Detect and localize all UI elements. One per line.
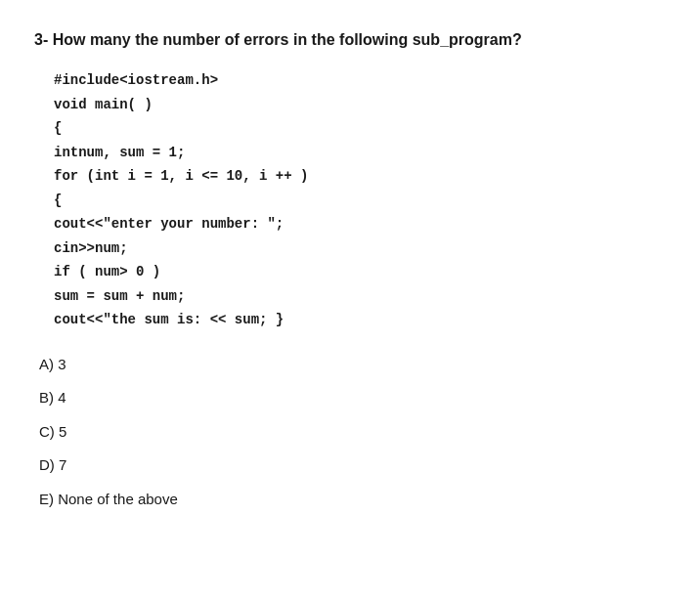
code-line-5: for (int i = 1, i <= 10, i ++ ): [54, 164, 666, 189]
question-container: 3- How many the number of errors in the …: [29, 20, 671, 520]
code-line-1: #include<iostream.h>: [54, 68, 666, 93]
option-c[interactable]: C) 5: [39, 421, 666, 444]
code-line-8: cin>>num;: [54, 236, 666, 261]
question-text: 3- How many the number of errors in the …: [34, 29, 666, 51]
option-e[interactable]: E) None of the above: [39, 489, 666, 511]
code-line-6: {: [54, 189, 666, 213]
option-a[interactable]: A) 3: [39, 354, 666, 376]
code-line-7: cout<<"enter your number: ";: [54, 212, 666, 236]
code-line-11: cout<<"the sum is: << sum; }: [54, 308, 666, 332]
code-line-2: void main( ): [54, 93, 666, 117]
options-container: A) 3 B) 4 C) 5 D) 7 E) None of the above: [39, 354, 666, 511]
code-line-4: intnum, sum = 1;: [54, 141, 666, 165]
code-block: #include<iostream.h> void main( ) { intn…: [54, 68, 666, 332]
code-line-3: {: [54, 116, 666, 141]
code-line-9: if ( num> 0 ): [54, 260, 666, 284]
option-b[interactable]: B) 4: [39, 387, 666, 409]
option-d[interactable]: D) 7: [39, 454, 666, 477]
code-line-10: sum = sum + num;: [54, 284, 666, 309]
